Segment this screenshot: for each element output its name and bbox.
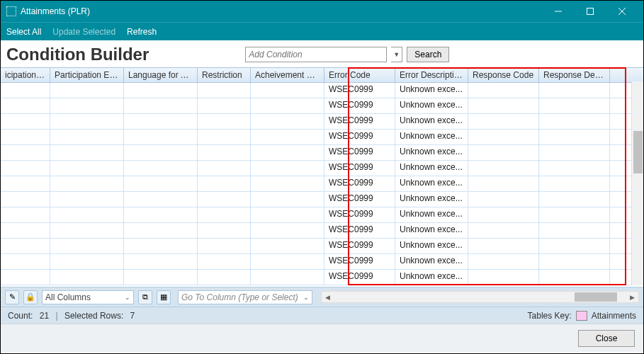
table-cell[interactable]: WSEC0999 (324, 239, 395, 253)
table-row[interactable]: WSEC0999Unknown exce... (1, 223, 643, 239)
table-cell[interactable] (198, 161, 251, 176)
table-cell[interactable] (198, 98, 251, 113)
table-cell[interactable] (124, 207, 198, 222)
table-cell[interactable] (539, 176, 610, 191)
table-cell[interactable] (124, 192, 198, 207)
table-cell[interactable] (50, 145, 124, 160)
table-cell[interactable] (251, 270, 324, 285)
table-cell[interactable] (468, 161, 539, 176)
col-header[interactable]: icipation St... (1, 68, 50, 82)
table-cell[interactable] (198, 145, 251, 160)
grid-options-icon[interactable]: ▦ (157, 290, 171, 304)
col-header[interactable]: Acheivement St... (251, 68, 324, 82)
col-header[interactable]: Error Description (395, 68, 468, 82)
table-cell[interactable] (468, 207, 539, 222)
table-cell[interactable] (468, 223, 539, 238)
table-cell[interactable] (124, 254, 198, 269)
table-row[interactable]: WSEC0999Unknown exce... (1, 207, 643, 223)
search-button[interactable]: Search (407, 47, 449, 62)
table-cell[interactable] (1, 176, 50, 191)
table-cell[interactable] (251, 176, 324, 191)
table-row[interactable]: WSEC0999Unknown exce... (1, 254, 643, 270)
table-row[interactable]: WSEC0999Unknown exce... (1, 130, 643, 145)
scrollbar-thumb[interactable] (575, 292, 617, 302)
table-cell[interactable] (539, 270, 610, 285)
table-cell[interactable] (1, 270, 50, 285)
col-header[interactable]: Response Code (468, 68, 539, 82)
table-cell[interactable] (1, 114, 50, 129)
table-cell[interactable] (198, 239, 251, 253)
table-cell[interactable] (1, 239, 50, 253)
table-cell[interactable]: WSEC0999 (324, 83, 395, 98)
table-cell[interactable] (1, 130, 50, 144)
table-cell[interactable] (539, 98, 610, 113)
table-cell[interactable] (124, 239, 198, 253)
table-cell[interactable] (1, 207, 50, 222)
table-cell[interactable]: Unknown exce... (395, 254, 468, 269)
table-row[interactable]: WSEC0999Unknown exce... (1, 114, 643, 130)
table-cell[interactable] (124, 145, 198, 160)
table-cell[interactable]: WSEC0999 (324, 161, 395, 176)
close-button[interactable]: Close (578, 330, 635, 347)
table-cell[interactable] (124, 83, 198, 98)
table-cell[interactable]: Unknown exce... (395, 130, 468, 144)
table-cell[interactable] (198, 254, 251, 269)
table-cell[interactable] (468, 145, 539, 160)
table-cell[interactable] (1, 223, 50, 238)
table-cell[interactable] (1, 98, 50, 113)
col-header[interactable]: Response Desc... (539, 68, 610, 82)
add-condition-input[interactable] (245, 47, 387, 62)
vertical-scrollbar[interactable] (631, 81, 643, 285)
table-cell[interactable] (539, 254, 610, 269)
table-cell[interactable] (50, 130, 124, 144)
table-cell[interactable]: WSEC0999 (324, 145, 395, 160)
table-row[interactable]: WSEC0999Unknown exce... (1, 145, 643, 161)
col-header[interactable]: Participation En... (50, 68, 124, 82)
table-cell[interactable] (50, 270, 124, 285)
table-row[interactable]: WSEC0999Unknown exce... (1, 270, 643, 285)
table-cell[interactable] (468, 254, 539, 269)
copy-icon[interactable]: ⧉ (138, 290, 152, 304)
scroll-right-arrow[interactable]: ▶ (626, 292, 638, 302)
table-cell[interactable]: WSEC0999 (324, 192, 395, 207)
table-cell[interactable] (124, 130, 198, 144)
table-cell[interactable] (124, 270, 198, 285)
table-cell[interactable] (124, 161, 198, 176)
table-cell[interactable] (468, 176, 539, 191)
table-cell[interactable]: WSEC0999 (324, 254, 395, 269)
table-cell[interactable] (124, 98, 198, 113)
column-selector[interactable]: All Columns ⌄ (42, 290, 134, 304)
table-cell[interactable] (468, 83, 539, 98)
table-cell[interactable]: Unknown exce... (395, 192, 468, 207)
table-cell[interactable] (251, 192, 324, 207)
table-cell[interactable]: Unknown exce... (395, 145, 468, 160)
scrollbar-thumb[interactable] (633, 131, 643, 173)
table-cell[interactable] (539, 207, 610, 222)
table-cell[interactable] (50, 254, 124, 269)
table-cell[interactable] (1, 83, 50, 98)
table-cell[interactable] (50, 98, 124, 113)
table-cell[interactable] (539, 161, 610, 176)
table-cell[interactable] (539, 192, 610, 207)
table-cell[interactable]: WSEC0999 (324, 223, 395, 238)
table-cell[interactable]: WSEC0999 (324, 114, 395, 129)
table-cell[interactable] (251, 161, 324, 176)
table-row[interactable]: WSEC0999Unknown exce... (1, 161, 643, 176)
table-cell[interactable] (50, 207, 124, 222)
table-cell[interactable] (468, 114, 539, 129)
table-cell[interactable] (50, 223, 124, 238)
table-row[interactable]: WSEC0999Unknown exce... (1, 239, 643, 254)
table-cell[interactable] (251, 145, 324, 160)
table-cell[interactable] (468, 239, 539, 253)
table-cell[interactable] (251, 83, 324, 98)
table-cell[interactable] (468, 270, 539, 285)
table-cell[interactable]: Unknown exce... (395, 223, 468, 238)
table-cell[interactable]: WSEC0999 (324, 207, 395, 222)
lock-icon[interactable]: 🔒 (23, 290, 38, 304)
table-cell[interactable] (198, 83, 251, 98)
maximize-button[interactable] (574, 1, 606, 22)
table-cell[interactable] (198, 223, 251, 238)
table-cell[interactable]: Unknown exce... (395, 98, 468, 113)
table-cell[interactable] (198, 130, 251, 144)
table-cell[interactable]: Unknown exce... (395, 176, 468, 191)
